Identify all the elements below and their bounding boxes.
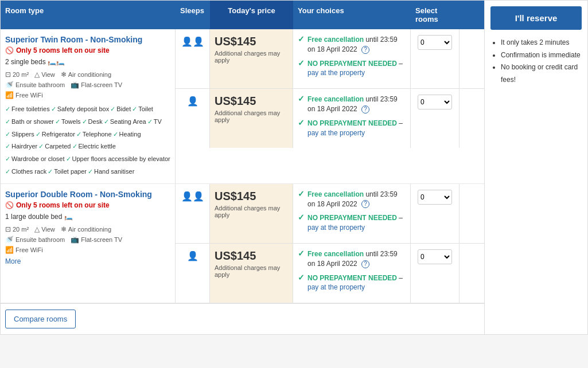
bottom-section: Compare rooms: [1, 303, 484, 334]
bed-info-double: 1 large double bed 🛏️: [5, 213, 170, 221]
availability-twin: 🚫 Only 5 rooms left on our site: [5, 46, 170, 54]
amenities2-double: 🚿 Ensuite bathroom 📺 Flat-screen TV: [5, 236, 170, 244]
room-title-double[interactable]: Superior Double Room - Non-Smoking: [5, 190, 170, 199]
header-sleeps: Sleeps: [176, 1, 210, 29]
wifi-double: 📶 Free WiFi: [5, 246, 170, 254]
reserve-button[interactable]: I'll reserve: [490, 6, 582, 30]
sleeps-double-1: 👤👤: [176, 184, 210, 243]
sleeps-twin-2: 👤: [176, 89, 210, 148]
bathroom-double: 🚿 Ensuite bathroom: [5, 236, 65, 244]
header-room-type: Room type: [1, 1, 176, 29]
amenities-twin: ⊡ 20 m² △ View ❄ Air conditioning: [5, 71, 170, 79]
choices-twin-1: ✓ Free cancellation until 23:59 on 18 Ap…: [293, 29, 411, 88]
sub-rows-double: 👤👤 US$145 Additional charges may apply ✓…: [176, 184, 484, 303]
room-info-double: Superior Double Room - Non-Smoking 🚫 Onl…: [1, 184, 176, 303]
info-icon-double-2[interactable]: ?: [361, 260, 369, 268]
header-select: Select rooms: [411, 1, 460, 29]
table-header: Room type Sleeps Today's price Your choi…: [1, 1, 484, 29]
select-double-1[interactable]: 0123: [418, 190, 452, 205]
benefit-2: Confirmation is immediate: [501, 49, 582, 62]
cancellation-double-1: ✓ Free cancellation until 23:59 on 18 Ap…: [298, 190, 406, 209]
area-double: ⊡ 20 m²: [5, 225, 29, 233]
view-double: △ View: [34, 225, 55, 233]
sidebar: I'll reserve It only takes 2 minutes Con…: [484, 1, 587, 334]
benefit-3: No booking or credit card fees!: [501, 61, 582, 86]
avail-icon-double: 🚫: [5, 201, 14, 209]
benefits-list: It only takes 2 minutes Confirmation is …: [490, 37, 582, 86]
tv-double: 📺 Flat-screen TV: [71, 236, 122, 244]
header-choices: Your choices: [293, 1, 411, 29]
benefit-1: It only takes 2 minutes: [501, 37, 582, 49]
price-twin-2: US$145 Additional charges may apply: [210, 89, 293, 148]
ac-double: ❄ Air conditioning: [61, 225, 111, 233]
area-twin: ⊡ 20 m²: [5, 71, 29, 79]
select-twin-2[interactable]: 0123: [418, 95, 452, 109]
avail-icon-twin: 🚫: [5, 46, 14, 54]
sleeps-double-2: 👤: [176, 244, 210, 303]
sub-row-double-1: 👤👤 US$145 Additional charges may apply ✓…: [176, 184, 484, 243]
cancellation-double-2: ✓ Free cancellation until 23:59 on 18 Ap…: [298, 249, 406, 269]
select-twin-1[interactable]: 0123: [418, 35, 452, 50]
tv-twin: 📺 Flat-screen TV: [71, 81, 122, 89]
sub-row-twin-2: 👤 US$145 Additional charges may apply ✓ …: [176, 88, 484, 148]
availability-double: 🚫 Only 5 rooms left on our site: [5, 201, 170, 209]
payment-twin-2: ✓ NO PREPAYMENT NEEDED – pay at the prop…: [298, 119, 406, 138]
price-double-2: US$145 Additional charges may apply: [210, 244, 293, 303]
select-double-2[interactable]: 0123: [418, 249, 452, 264]
room-section-twin: Superior Twin Room - Non-Smoking 🚫 Only …: [1, 29, 484, 184]
payment-twin-1: ✓ NO PREPAYMENT NEEDED – pay at the prop…: [298, 59, 406, 79]
price-double-1: US$145 Additional charges may apply: [210, 184, 293, 243]
choices-double-1: ✓ Free cancellation until 23:59 on 18 Ap…: [293, 184, 411, 243]
features-twin: Free toiletries Safety deposit box Bidet…: [5, 104, 170, 178]
main-container: Room type Sleeps Today's price Your choi…: [0, 0, 588, 335]
wifi-item-double: 📶 Free WiFi: [5, 246, 43, 254]
choices-double-2: ✓ Free cancellation until 23:59 on 18 Ap…: [293, 244, 411, 303]
sleeps-twin-1: 👤👤: [176, 29, 210, 88]
header-price: Today's price: [210, 1, 293, 29]
compare-rooms-button[interactable]: Compare rooms: [5, 310, 76, 328]
cancellation-twin-2: ✓ Free cancellation until 23:59 on 18 Ap…: [298, 95, 406, 114]
sub-row-double-2: 👤 US$145 Additional charges may apply ✓ …: [176, 243, 484, 303]
choices-twin-2: ✓ Free cancellation until 23:59 on 18 Ap…: [293, 89, 411, 148]
wifi-item-twin: 📶 Free WiFi: [5, 91, 43, 99]
price-twin-1: US$145 Additional charges may apply: [210, 29, 293, 88]
info-icon-twin-1[interactable]: ?: [361, 46, 369, 54]
sub-row-twin-1: 👤👤 US$145 Additional charges may apply ✓…: [176, 29, 484, 88]
room-info-twin: Superior Twin Room - Non-Smoking 🚫 Only …: [1, 29, 176, 183]
view-twin: △ View: [34, 71, 55, 79]
payment-double-2: ✓ NO PREPAYMENT NEEDED – pay at the prop…: [298, 273, 406, 293]
bed-info-twin: 2 single beds 🛏️🛏️: [5, 58, 170, 66]
room-table: Room type Sleeps Today's price Your choi…: [1, 1, 484, 334]
payment-double-1: ✓ NO PREPAYMENT NEEDED – pay at the prop…: [298, 213, 406, 233]
cancellation-twin-1: ✓ Free cancellation until 23:59 on 18 Ap…: [298, 35, 406, 54]
select-cell-double-1: 0123: [411, 184, 460, 243]
amenities-double: ⊡ 20 m² △ View ❄ Air conditioning: [5, 225, 170, 233]
amenities2-twin: 🚿 Ensuite bathroom 📺 Flat-screen TV: [5, 81, 170, 89]
room-section-double: Superior Double Room - Non-Smoking 🚫 Onl…: [1, 184, 484, 303]
room-title-twin[interactable]: Superior Twin Room - Non-Smoking: [5, 35, 170, 44]
info-icon-twin-2[interactable]: ?: [361, 105, 369, 113]
select-cell-double-2: 0123: [411, 244, 460, 303]
ac-twin: ❄ Air conditioning: [61, 71, 111, 79]
sub-rows-twin: 👤👤 US$145 Additional charges may apply ✓…: [176, 29, 484, 183]
wifi-twin: 📶 Free WiFi: [5, 91, 170, 99]
select-cell-twin-2: 0123: [411, 89, 460, 148]
bathroom-twin: 🚿 Ensuite bathroom: [5, 81, 65, 89]
info-icon-double-1[interactable]: ?: [361, 200, 369, 208]
more-link-double[interactable]: More: [5, 257, 170, 265]
select-cell-twin-1: 0123: [411, 29, 460, 88]
